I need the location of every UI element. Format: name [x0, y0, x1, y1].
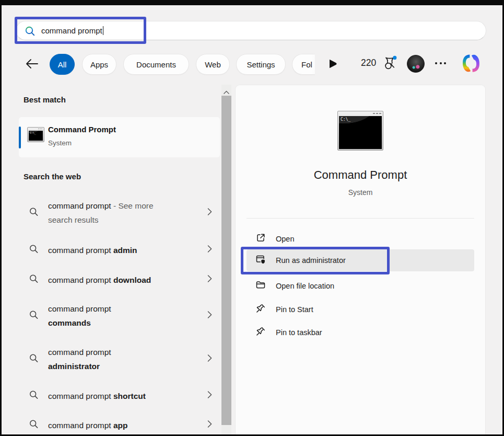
web-suggestion-administrator[interactable]: command promptadministrator: [19, 342, 220, 376]
screenshot-frame: command prompt All Apps Documents Web Se…: [0, 0, 504, 436]
search-icon: [29, 274, 38, 285]
user-avatar[interactable]: [407, 55, 425, 73]
web-suggestion-admin[interactable]: command prompt admin: [19, 240, 220, 259]
back-arrow-icon[interactable]: [25, 58, 39, 70]
chevron-right-icon: [207, 391, 212, 401]
web-suggestion-app[interactable]: command prompt app: [19, 416, 220, 434]
rewards-icon[interactable]: [383, 55, 397, 73]
chevron-right-icon: [207, 245, 212, 255]
search-icon: [29, 208, 38, 219]
chevron-right-icon: [207, 420, 212, 430]
best-match-title: Command Prompt: [48, 125, 116, 134]
search-icon: [29, 311, 38, 322]
best-match-item[interactable]: C:\_ Command Prompt System: [19, 117, 220, 157]
pin-icon: [255, 303, 266, 316]
chevron-right-icon: [207, 208, 212, 218]
rewards-points: 220: [361, 58, 376, 68]
command-prompt-icon-large: C:\_: [337, 111, 383, 151]
chevron-right-icon: [207, 354, 212, 364]
best-match-heading: Best match: [24, 95, 66, 104]
tab-settings[interactable]: Settings: [236, 54, 286, 75]
best-match-subtitle: System: [48, 139, 72, 147]
search-icon: [29, 245, 38, 256]
tab-all[interactable]: All: [50, 54, 75, 75]
tab-web[interactable]: Web: [196, 54, 230, 75]
action-open-file-location[interactable]: Open file location: [235, 277, 486, 295]
tab-clip-fade: [312, 53, 330, 76]
web-suggestion-shortcut[interactable]: command prompt shortcut: [19, 386, 220, 405]
text-caret: [103, 26, 104, 35]
search-input[interactable]: command prompt: [16, 21, 486, 40]
web-suggestion-see-more[interactable]: command prompt - See moresearch results: [19, 196, 220, 230]
folder-icon: [255, 280, 266, 292]
pin-icon: [255, 326, 266, 339]
action-pin-to-taskbar[interactable]: Pin to taskbar: [235, 323, 486, 342]
copilot-icon[interactable]: [460, 52, 482, 76]
search-web-heading: Search the web: [24, 172, 81, 181]
divider: [247, 218, 474, 219]
search-icon: [29, 391, 38, 401]
tab-apps[interactable]: Apps: [82, 54, 116, 75]
web-suggestion-download[interactable]: command prompt download: [19, 270, 220, 289]
search-icon: [25, 26, 35, 38]
chevron-right-icon: [207, 311, 212, 321]
action-open[interactable]: Open: [235, 230, 486, 248]
scrollbar-thumb[interactable]: [221, 96, 231, 425]
preview-subtitle: System: [235, 188, 486, 197]
search-query-text: command prompt: [41, 21, 103, 40]
search-icon: [29, 354, 38, 365]
command-prompt-icon: C:\_: [27, 127, 44, 142]
action-pin-to-start[interactable]: Pin to Start: [235, 300, 486, 319]
open-external-icon: [255, 233, 266, 245]
preview-title: Command Prompt: [235, 168, 486, 182]
search-icon: [29, 420, 38, 431]
action-run-as-administrator[interactable]: Run as administrator: [235, 251, 486, 270]
selection-accent-bar: [19, 127, 21, 148]
tab-documents[interactable]: Documents: [123, 54, 189, 75]
web-suggestion-commands[interactable]: command promptcommands: [19, 299, 220, 333]
shield-window-icon: [255, 254, 266, 267]
more-options-icon[interactable]: [435, 62, 446, 64]
chevron-right-icon: [207, 275, 212, 285]
